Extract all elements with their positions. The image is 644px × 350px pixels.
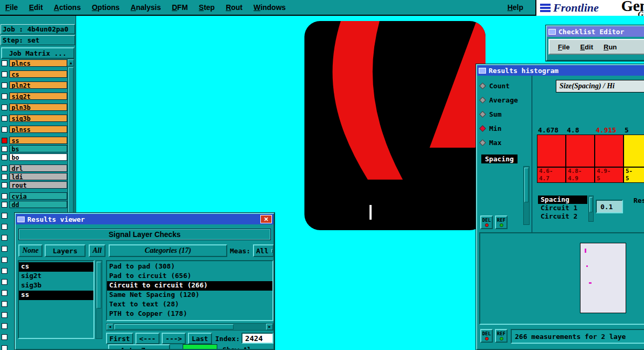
layer-row[interactable]: plnss: [1, 125, 67, 133]
menu-item[interactable]: File: [558, 43, 569, 51]
list-item[interactable]: cs: [19, 262, 93, 272]
layer-checkbox[interactable]: [2, 323, 7, 329]
layer-filter-list[interactable]: cs sig2t sig3b ss: [18, 260, 94, 339]
layers-button[interactable]: Layers: [45, 244, 86, 257]
radio-diamond-icon[interactable]: [479, 83, 486, 89]
layer-checkbox[interactable]: [2, 193, 7, 199]
bin-bar[interactable]: [624, 135, 644, 167]
ref-button[interactable]: REF: [495, 329, 508, 343]
layer-checkbox[interactable]: [2, 279, 7, 285]
menu-item[interactable]: DFM: [172, 3, 187, 12]
menu-item[interactable]: Edit: [580, 43, 593, 51]
layer-checkbox[interactable]: [2, 334, 7, 340]
layer-checkbox[interactable]: [2, 345, 7, 350]
list-item[interactable]: sig3b: [19, 281, 93, 291]
layer-checkbox[interactable]: [2, 312, 7, 318]
layer-name[interactable]: drl: [9, 164, 67, 172]
scrollbar-thumb[interactable]: [589, 197, 593, 212]
del-button[interactable]: DEL: [480, 215, 493, 229]
preview-panel[interactable]: [479, 232, 644, 325]
menu-help[interactable]: Help: [508, 3, 523, 12]
radio-diamond-icon[interactable]: [479, 111, 486, 118]
series-item[interactable]: Circuit 2: [538, 212, 587, 221]
list-item[interactable]: Pad to circuit (656): [107, 272, 272, 281]
layer-checkbox[interactable]: [2, 268, 7, 274]
menu-item[interactable]: Edit: [29, 3, 43, 12]
measure-item[interactable]: Spacing: [481, 155, 518, 163]
layer-checkbox[interactable]: [2, 138, 7, 143]
stat-option[interactable]: Max: [480, 137, 518, 148]
radio-diamond-icon[interactable]: [479, 139, 486, 146]
layer-checkbox[interactable]: [2, 146, 7, 152]
layer-row[interactable]: ldi: [1, 172, 67, 181]
list-item[interactable]: Circuit to circuit (266): [107, 281, 272, 291]
layer-name[interactable]: ss: [9, 137, 67, 144]
layer-row[interactable]: sig3b: [1, 114, 67, 122]
close-icon[interactable]: ✕: [260, 215, 272, 223]
layer-name[interactable]: cvia: [9, 192, 67, 200]
stat-option[interactable]: Average: [480, 94, 518, 106]
histogram-bin[interactable]: 5 5- 5: [624, 126, 644, 183]
categories-button[interactable]: Categories (17): [109, 244, 227, 257]
layer-row[interactable]: dd: [1, 200, 67, 209]
layer-checkbox[interactable]: [2, 155, 7, 160]
results-viewer-titlebar[interactable]: Results viewer ✕: [16, 214, 273, 224]
menu-item[interactable]: Analysis: [131, 3, 161, 12]
series-item[interactable]: Circuit 1: [538, 204, 587, 212]
layer-checkbox[interactable]: [2, 213, 7, 219]
list-item[interactable]: ss: [19, 291, 93, 300]
next-button[interactable]: --->: [162, 333, 186, 344]
list-item[interactable]: Pad to pad (308): [107, 262, 272, 272]
layer-row[interactable]: pln2t: [1, 81, 67, 89]
layer-row[interactable]: rout: [1, 181, 67, 189]
layer-checkbox[interactable]: [2, 182, 7, 188]
layer-row[interactable]: sig2t: [1, 92, 67, 100]
layer-checkbox[interactable]: [2, 116, 7, 121]
layer-checkbox[interactable]: [2, 60, 7, 66]
none-button[interactable]: None: [18, 244, 43, 257]
last-button[interactable]: Last: [188, 333, 212, 344]
category-list[interactable]: Pad to pad (308) Pad to circuit (656) Ci…: [106, 260, 273, 321]
first-button[interactable]: First: [106, 333, 133, 344]
layer-checkbox[interactable]: [2, 174, 7, 180]
checklist-editor-titlebar[interactable]: Checklist Editor: [547, 26, 644, 37]
layer-name[interactable]: bo: [9, 153, 67, 161]
menu-item[interactable]: Run: [604, 43, 617, 51]
layer-row[interactable]: bs: [1, 145, 67, 153]
list-item[interactable]: PTH to Copper (178): [107, 310, 272, 319]
layer-checkbox[interactable]: [2, 83, 7, 88]
layer-row[interactable]: pln3b: [1, 103, 67, 111]
layer-row[interactable]: ss: [1, 136, 67, 145]
bin-bar[interactable]: [595, 135, 624, 167]
layer-name[interactable]: plnss: [9, 126, 67, 133]
scroll-left-icon[interactable]: ◀: [107, 324, 113, 330]
layer-checkbox[interactable]: [2, 105, 7, 110]
all-button[interactable]: All: [89, 244, 105, 257]
layer-checkbox[interactable]: [2, 224, 7, 230]
histogram-bin[interactable]: 4.8 4.8- 4.9: [566, 126, 595, 183]
index-input[interactable]: 2424: [241, 333, 273, 344]
layer-checkbox[interactable]: [2, 166, 7, 171]
menu-item[interactable]: File: [5, 3, 18, 12]
menu-item[interactable]: Rout: [226, 3, 242, 12]
radio-diamond-icon[interactable]: [479, 125, 486, 132]
layer-checkbox[interactable]: [2, 202, 7, 208]
menu-item[interactable]: Windows: [254, 3, 286, 12]
layer-checkbox[interactable]: [2, 246, 7, 252]
layer-row[interactable]: cvia: [1, 192, 67, 200]
scroll-right-icon[interactable]: ▶: [266, 324, 273, 330]
scrollbar-thumb[interactable]: [524, 168, 529, 202]
meas-dropdown[interactable]: All: [253, 244, 274, 257]
layer-name[interactable]: dd: [9, 201, 67, 208]
layer-row[interactable]: cs: [1, 70, 67, 78]
layer-checkbox[interactable]: [2, 257, 7, 263]
layer-checkbox[interactable]: [2, 301, 7, 307]
layer-name[interactable]: plncs: [9, 59, 67, 67]
auto-zoom-button[interactable]: Auto Zoom: [108, 344, 170, 350]
layer-name[interactable]: pln3b: [9, 104, 67, 111]
stat-option[interactable]: Count: [480, 80, 518, 91]
layer-name[interactable]: rout: [9, 181, 67, 189]
layer-list-scrollbar[interactable]: [96, 260, 102, 339]
layer-name[interactable]: bs: [9, 145, 67, 152]
radio-diamond-icon[interactable]: [479, 97, 486, 104]
